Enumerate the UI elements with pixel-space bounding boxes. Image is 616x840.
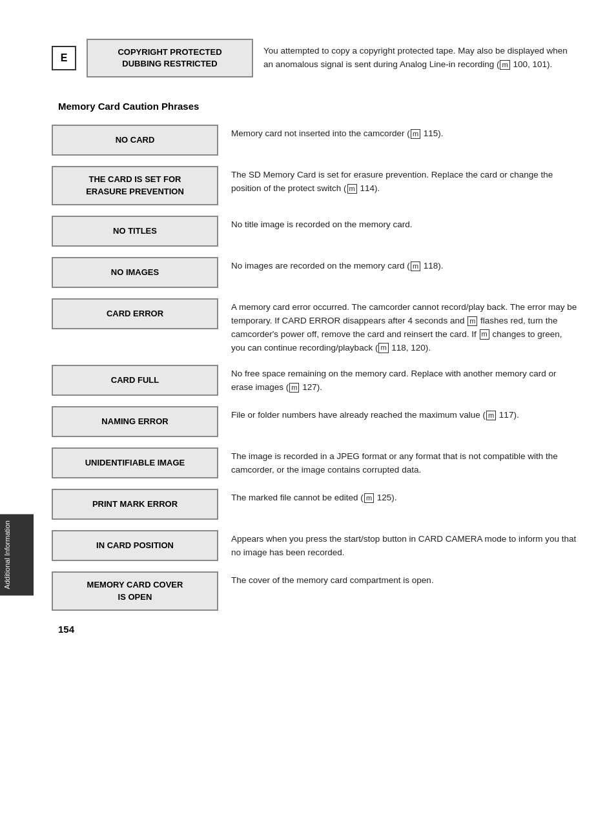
term-cover-open: MEMORY CARD COVERIS OPEN xyxy=(52,571,218,610)
caution-row-card-position: IN CARD POSITION Appears when you press … xyxy=(52,530,577,561)
desc-unidentifiable: The image is recorded in a JPEG format o… xyxy=(231,447,577,477)
e-box: E xyxy=(52,46,76,70)
caution-row-erasure: THE CARD IS SET FORERASURE PREVENTION Th… xyxy=(52,166,577,205)
section-heading: Memory Card Caution Phrases xyxy=(58,101,577,112)
desc-no-card: Memory card not inserted into the camcor… xyxy=(231,125,577,141)
caution-row-naming-error: NAMING ERROR File or folder numbers have… xyxy=(52,406,577,437)
term-naming-error: NAMING ERROR xyxy=(52,406,218,437)
caution-row-no-card: NO CARD Memory card not inserted into th… xyxy=(52,125,577,156)
term-card-full: CARD FULL xyxy=(52,365,218,396)
term-card-error: CARD ERROR xyxy=(52,298,218,329)
copyright-row: E COPYRIGHT PROTECTEDDUBBING RESTRICTED … xyxy=(52,39,577,77)
desc-erasure: The SD Memory Card is set for erasure pr… xyxy=(231,166,577,196)
term-no-images: NO IMAGES xyxy=(52,257,218,288)
copyright-description: You attempted to copy a copyright protec… xyxy=(263,45,577,72)
desc-card-error: A memory card error occurred. The camcor… xyxy=(231,298,577,355)
desc-print-mark: The marked file cannot be edited (m 125)… xyxy=(231,489,577,505)
desc-no-titles: No title image is recorded on the memory… xyxy=(231,216,577,232)
desc-card-position: Appears when you press the start/stop bu… xyxy=(231,530,577,560)
term-no-titles: NO TITLES xyxy=(52,216,218,247)
term-no-card: NO CARD xyxy=(52,125,218,156)
term-unidentifiable: UNIDENTIFIABLE IMAGE xyxy=(52,447,218,478)
caution-row-unidentifiable: UNIDENTIFIABLE IMAGE The image is record… xyxy=(52,447,577,478)
page: Additional Information E COPYRIGHT PROTE… xyxy=(0,0,616,673)
caution-row-cover-open: MEMORY CARD COVERIS OPEN The cover of th… xyxy=(52,571,577,610)
term-erasure: THE CARD IS SET FORERASURE PREVENTION xyxy=(52,166,218,205)
caution-row-print-mark: PRINT MARK ERROR The marked file cannot … xyxy=(52,489,577,520)
caution-row-card-error: CARD ERROR A memory card error occurred.… xyxy=(52,298,577,355)
caution-row-no-images: NO IMAGES No images are recorded on the … xyxy=(52,257,577,288)
desc-no-images: No images are recorded on the memory car… xyxy=(231,257,577,273)
caution-row-card-full: CARD FULL No free space remaining on the… xyxy=(52,365,577,396)
caution-table: NO CARD Memory card not inserted into th… xyxy=(52,125,577,610)
term-print-mark: PRINT MARK ERROR xyxy=(52,489,218,520)
desc-card-full: No free space remaining on the memory ca… xyxy=(231,365,577,394)
desc-cover-open: The cover of the memory card compartment… xyxy=(231,571,577,588)
sidebar-label: Additional Information xyxy=(0,514,34,595)
caution-row-no-titles: NO TITLES No title image is recorded on … xyxy=(52,216,577,247)
desc-naming-error: File or folder numbers have already reac… xyxy=(231,406,577,422)
page-number: 154 xyxy=(58,624,577,635)
term-card-position: IN CARD POSITION xyxy=(52,530,218,561)
copyright-term: COPYRIGHT PROTECTEDDUBBING RESTRICTED xyxy=(87,39,253,77)
